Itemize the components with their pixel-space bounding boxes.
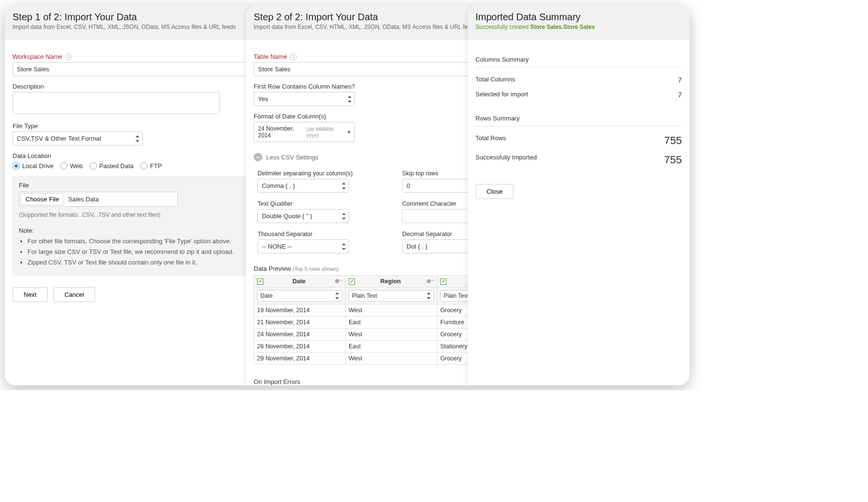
radio-web[interactable]: Web xyxy=(60,162,83,170)
imported-rows-value: 755 xyxy=(664,154,682,166)
dateformat-select[interactable]: 24 November, 2014 (dd MMMM, yyyy) ▾ xyxy=(254,122,355,142)
selected-columns-row: Selected for import 7 xyxy=(475,87,682,102)
description-input[interactable] xyxy=(13,92,220,114)
radio-icon xyxy=(60,162,68,170)
radio-icon xyxy=(13,162,20,170)
radio-ftp[interactable]: FTP xyxy=(140,162,162,170)
filetype-select[interactable]: CSV,TSV & Other Text Format xyxy=(13,132,143,145)
summary-header: Imported Data Summary Successfully creat… xyxy=(468,5,690,40)
gear-icon[interactable]: ✲⁻ xyxy=(335,278,342,285)
column-name: Date xyxy=(266,278,332,285)
delimiter-select[interactable]: Comma ( , ) xyxy=(258,179,349,193)
help-icon[interactable]: ? xyxy=(290,53,297,60)
file-picker[interactable]: Choose File Sales Data xyxy=(19,192,178,207)
selected-columns-value: 7 xyxy=(678,91,682,99)
imported-rows-row: Successfully Imported 755 xyxy=(475,150,682,170)
thousand-label: Thousand Separator xyxy=(258,231,402,238)
minus-icon: − xyxy=(254,153,262,161)
total-rows-value: 755 xyxy=(664,134,682,147)
next-button[interactable]: Next xyxy=(13,287,48,302)
total-columns-value: 7 xyxy=(678,76,682,84)
gear-icon[interactable]: ✲⁻ xyxy=(426,278,434,285)
thousand-select[interactable]: -- NONE -- xyxy=(258,239,349,253)
choose-file-button[interactable]: Choose File xyxy=(20,193,64,205)
dateformat-hint: (dd MMMM, yyyy) xyxy=(307,126,343,138)
help-icon[interactable]: ? xyxy=(65,53,72,60)
rows-summary-title: Rows Summary xyxy=(475,115,682,122)
close-button[interactable]: Close xyxy=(475,184,514,199)
qualifier-label: Text Qualifier xyxy=(258,200,402,207)
summary-panel: Imported Data Summary Successfully creat… xyxy=(468,5,690,385)
import-wizard-stage: Step 1 of 2: Import Your Data Import dat… xyxy=(5,5,690,385)
firstrow-select[interactable]: Yes xyxy=(254,92,355,106)
total-rows-row: Total Rows 755 xyxy=(475,131,682,150)
total-columns-row: Total Columns 7 xyxy=(475,72,682,87)
columns-summary-title: Columns Summary xyxy=(475,56,682,63)
column-checkbox[interactable]: ✓ xyxy=(349,278,355,285)
radio-pasted-data[interactable]: Pasted Data xyxy=(90,162,134,170)
column-name: Region xyxy=(358,278,423,285)
dateformat-value: 24 November, 2014 xyxy=(258,125,302,139)
chevron-down-icon: ▾ xyxy=(348,129,351,135)
cancel-button[interactable]: Cancel xyxy=(54,287,95,302)
radio-icon xyxy=(90,162,97,170)
qualifier-select[interactable]: Double Quote ( " ) xyxy=(258,209,349,223)
column-type-select[interactable]: Plain Text xyxy=(349,290,434,302)
radio-icon xyxy=(140,162,148,170)
delimiter-label: Delimiter separating your column(s) xyxy=(258,170,402,177)
summary-title: Imported Data Summary xyxy=(475,12,682,23)
column-type-select[interactable]: Date xyxy=(257,290,342,302)
column-checkbox[interactable]: ✓ xyxy=(257,278,263,285)
summary-subtitle: Successfully created Store Sales.Store S… xyxy=(475,24,682,30)
radio-local-drive[interactable]: Local Drive xyxy=(13,162,54,170)
column-checkbox[interactable]: ✓ xyxy=(440,278,447,285)
chosen-file-name: Sales Data xyxy=(64,194,103,205)
